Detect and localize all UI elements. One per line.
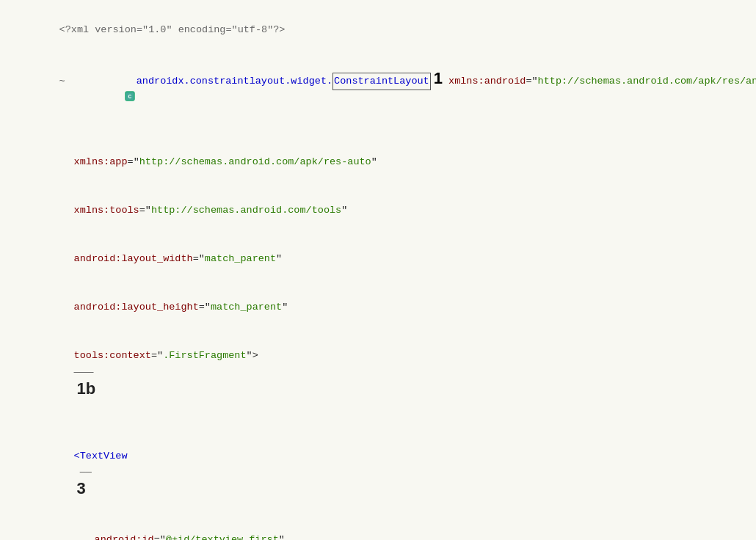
- annotation-1: 1: [434, 70, 443, 87]
- tag-constraint-prefix: androidx.constraintlayout.widget.: [137, 73, 332, 90]
- code-tv-id: android:id="@+id/textview_first": [59, 516, 756, 540]
- xml-declaration: <?xml version="1.0" encoding="utf-8"?>: [59, 24, 286, 35]
- svg-text:C: C: [128, 93, 131, 100]
- code-textview-tag: <TextView —— 3: [38, 432, 756, 516]
- code-tools-context: tools:context=".FirstFragment"> —— 1b: [38, 332, 756, 416]
- tag-textview: <TextView: [74, 450, 128, 461]
- attr-xmlns-tools-value: http://schemas.android.com/tools: [151, 205, 341, 216]
- code-xml-decl: <?xml version="1.0" encoding="utf-8"?>: [23, 6, 756, 54]
- xml-editor: <?xml version="1.0" encoding="utf-8"?> ~…: [0, 0, 756, 540]
- line-tv-id: android:id="@+id/textview_first": [0, 516, 756, 540]
- attr-layout-height-name: android:layout_height: [74, 302, 199, 313]
- constraint-layout-tag: ConstraintLayout: [332, 73, 431, 90]
- line-2: ~ C androidx.constraintlayout.widget.Con…: [0, 54, 756, 138]
- bracket-open: ~: [59, 73, 65, 90]
- line-5: android:layout_width="match_parent": [0, 235, 756, 283]
- attr-tv-id-name: android:id: [95, 534, 154, 540]
- annotation-1b: 1b: [77, 379, 96, 398]
- attr-xmlns-app-value: http://schemas.android.com/apk/res-auto: [139, 156, 371, 167]
- line-textview-open: <TextView —— 3: [0, 432, 756, 516]
- code-xmlns-tools: xmlns:tools="http://schemas.android.com/…: [38, 186, 756, 235]
- attr-layout-height-value: match_parent: [211, 302, 282, 313]
- line-4: xmlns:tools="http://schemas.android.com/…: [0, 186, 756, 235]
- attr-tools-context-value: .FirstFragment: [163, 350, 246, 361]
- line-7: tools:context=".FirstFragment"> —— 1b: [0, 332, 756, 416]
- line-6: android:layout_height="match_parent": [0, 283, 756, 332]
- line-blank-1: [0, 416, 756, 432]
- attr-tools-context-name: tools:context: [74, 350, 151, 361]
- attr-layout-width-name: android:layout_width: [74, 253, 193, 264]
- attr-xmlns-tools-name: xmlns:tools: [74, 205, 139, 216]
- code-xmlns-app: xmlns:app="http://schemas.android.com/ap…: [38, 138, 756, 186]
- dash-3-line: ——: [74, 467, 92, 478]
- code-layout-height: android:layout_height="match_parent": [38, 283, 756, 332]
- code-constraint-open: ~ C androidx.constraintlayout.widget.Con…: [23, 54, 756, 138]
- attr-xmlns-android-value: http://schemas.android.com/apk/res/andro…: [538, 73, 756, 90]
- attr-xmlns-app-name: xmlns:app: [74, 156, 128, 167]
- constraint-icon: C: [65, 73, 135, 122]
- annotation-3: 3: [77, 479, 86, 497]
- code-layout-width: android:layout_width="match_parent": [38, 235, 756, 283]
- line-3: xmlns:app="http://schemas.android.com/ap…: [0, 138, 756, 186]
- attr-tv-id-value: @+id/textview_first: [166, 534, 279, 540]
- attr-xmlns-android-name: xmlns:android: [443, 73, 526, 90]
- attr-layout-width-value: match_parent: [205, 253, 276, 264]
- dash-1b: ——: [74, 364, 94, 380]
- line-1: <?xml version="1.0" encoding="utf-8"?>: [0, 6, 756, 54]
